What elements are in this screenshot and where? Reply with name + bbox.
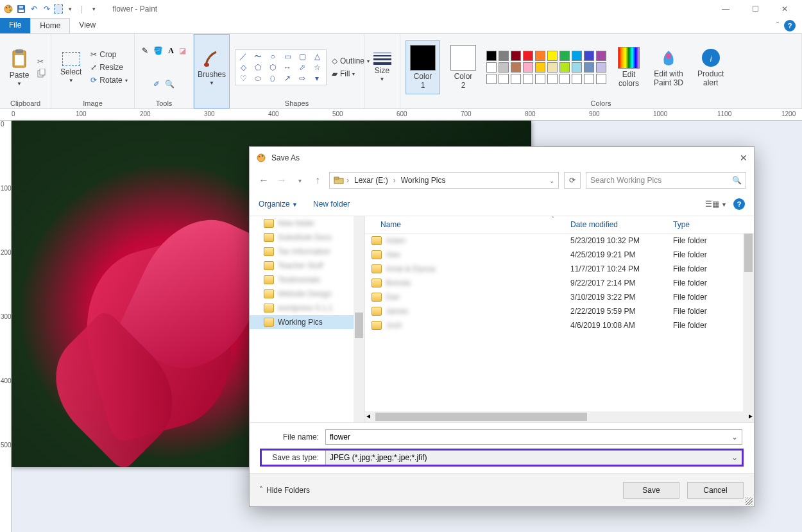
filename-input[interactable]: flower⌄ [325, 429, 742, 445]
maximize-button[interactable]: ☐ [740, 0, 770, 18]
color-palette[interactable] [486, 51, 608, 84]
tree-item[interactable]: Teacher Stuff [250, 259, 364, 273]
fill-icon[interactable]: 🪣 [153, 46, 163, 55]
file-row[interactable]: Josh4/6/2019 10:08 AMFile folder [365, 318, 754, 332]
breadcrumb[interactable]: Working Pics [398, 176, 448, 185]
color2-button[interactable]: Color 2 [447, 42, 480, 92]
tab-view[interactable]: View [70, 18, 105, 33]
color-swatch[interactable] [547, 51, 558, 61]
color-swatch[interactable] [572, 62, 582, 73]
file-row[interactable]: Brenda9/22/2017 2:14 PMFile folder [365, 276, 754, 290]
tree-item[interactable]: New folder [250, 216, 364, 230]
product-alert-button[interactable]: i Product alert [694, 45, 728, 90]
color-swatch[interactable] [535, 51, 545, 61]
hscrollbar[interactable]: ◂▸ [365, 411, 754, 422]
tab-file[interactable]: File [0, 18, 30, 33]
brushes-button[interactable]: Brushes▼ [194, 46, 230, 89]
addr-dropdown-icon[interactable]: ⌄ [549, 177, 554, 184]
qat-select-icon[interactable] [54, 4, 63, 13]
pencil-icon[interactable]: ✎ [142, 46, 148, 55]
hide-folders-button[interactable]: ˆHide Folders [260, 486, 310, 495]
cut-icon[interactable]: ✂ [37, 57, 46, 66]
copy-icon[interactable] [37, 69, 46, 78]
color-swatch[interactable] [499, 74, 509, 84]
color-swatch[interactable] [535, 62, 545, 73]
file-row[interactable]: Amal & Elyssa11/7/2017 10:24 PMFile fold… [365, 262, 754, 276]
col-type[interactable]: Type [673, 220, 747, 229]
edit-colors-button[interactable]: Edit colors [614, 44, 644, 90]
color-swatch[interactable] [523, 62, 533, 73]
col-name[interactable]: Name [371, 220, 570, 229]
rotate-button[interactable]: ⟳Rotate ▾ [89, 75, 128, 85]
color-swatch[interactable] [559, 51, 570, 61]
chevron-down-icon[interactable]: ⌄ [731, 433, 738, 442]
color-swatch[interactable] [511, 51, 521, 61]
file-row[interactable]: Dan3/10/2019 3:22 PMFile folder [365, 290, 754, 304]
color-swatch[interactable] [572, 74, 582, 84]
new-folder-button[interactable]: New folder [313, 200, 350, 209]
picker-icon[interactable]: ✐ [153, 80, 160, 89]
cancel-button[interactable]: Cancel [687, 482, 744, 499]
folder-tree[interactable]: New folderSubstitute DocsTax Information… [250, 216, 365, 422]
file-row[interactable]: Adam5/23/2019 10:32 PMFile folder [365, 234, 754, 248]
color-swatch[interactable] [584, 51, 594, 61]
color-swatch[interactable] [596, 51, 606, 61]
undo-icon[interactable]: ↶ [28, 3, 40, 15]
qat-dropdown-icon[interactable]: ▾ [64, 3, 76, 15]
minimize-button[interactable]: — [711, 0, 740, 18]
resize-grip[interactable] [745, 497, 753, 505]
select-button[interactable]: Select▼ [56, 49, 85, 86]
color-swatch[interactable] [511, 62, 521, 73]
tree-item[interactable]: Substitute Docs [250, 230, 364, 245]
help-icon[interactable]: ? [784, 20, 796, 31]
shapes-gallery[interactable]: ／〜○▭▢△ ◇⬠⬡↔⬀☆ ♡⬭⬯↗⇨▾ [235, 49, 327, 85]
color-swatch[interactable] [523, 51, 533, 61]
view-options-icon[interactable]: ☰▦ ▼ [705, 200, 727, 209]
paste-button[interactable]: Paste▼ [5, 46, 33, 89]
tree-item[interactable]: Tax Information [250, 245, 364, 259]
size-button[interactable]: Size▼ [370, 50, 395, 85]
savetype-dropdown[interactable]: JPEG (*.jpg;*.jpeg;*.jpe;*.jfif)⌄ [325, 450, 742, 465]
dialog-close-button[interactable]: ✕ [740, 153, 747, 163]
color-swatch[interactable] [584, 74, 594, 84]
color-swatch[interactable] [486, 74, 497, 84]
tree-item[interactable]: Testimonials [250, 273, 364, 287]
tree-item[interactable]: Website Design [250, 287, 364, 301]
paint3d-button[interactable]: Edit with Paint 3D [650, 45, 687, 90]
tab-home[interactable]: Home [30, 18, 70, 33]
color-swatch[interactable] [596, 74, 606, 84]
qat-customize-icon[interactable]: ▾ [88, 3, 99, 15]
file-list[interactable]: Adam5/23/2019 10:32 PMFile folderAlex4/2… [365, 234, 754, 411]
nav-up-icon[interactable]: ↑ [311, 175, 324, 186]
eraser-icon[interactable]: ◪ [179, 46, 186, 55]
refresh-button[interactable]: ⟳ [564, 172, 581, 189]
dialog-help-icon[interactable]: ? [733, 198, 745, 210]
color-swatch[interactable] [486, 51, 497, 61]
tree-item[interactable]: wordpress 5.1.1 [250, 301, 364, 315]
color-swatch[interactable] [547, 74, 558, 84]
color-swatch[interactable] [499, 62, 509, 73]
color-swatch[interactable] [584, 62, 594, 73]
color-swatch[interactable] [535, 74, 545, 84]
color-swatch[interactable] [547, 62, 558, 73]
magnifier-icon[interactable]: 🔍 [165, 80, 175, 89]
nav-forward-icon[interactable]: → [275, 175, 288, 186]
save-icon[interactable] [15, 3, 27, 15]
nav-back-icon[interactable]: ← [257, 175, 270, 186]
color-swatch[interactable] [511, 74, 521, 84]
search-input[interactable]: Search Working Pics 🔍 [586, 172, 746, 189]
file-row[interactable]: James2/22/2019 5:59 PMFile folder [365, 304, 754, 318]
redo-icon[interactable]: ↷ [41, 3, 53, 15]
color-swatch[interactable] [559, 62, 570, 73]
text-icon[interactable]: A [168, 46, 174, 56]
color-swatch[interactable] [486, 62, 497, 73]
organize-button[interactable]: Organize ▼ [259, 200, 298, 209]
resize-button[interactable]: ⤢Resize [89, 62, 128, 73]
breadcrumb[interactable]: Lexar (E:) [352, 176, 391, 185]
save-button[interactable]: Save [623, 482, 679, 499]
nav-recent-icon[interactable]: ▾ [293, 177, 306, 184]
color1-button[interactable]: Color 1 [405, 40, 440, 94]
address-bar[interactable]: › Lexar (E:) › Working Pics ⌄ [329, 172, 559, 189]
chevron-down-icon[interactable]: ⌄ [731, 453, 738, 462]
ribbon-collapse-icon[interactable]: ˆ [776, 21, 779, 30]
